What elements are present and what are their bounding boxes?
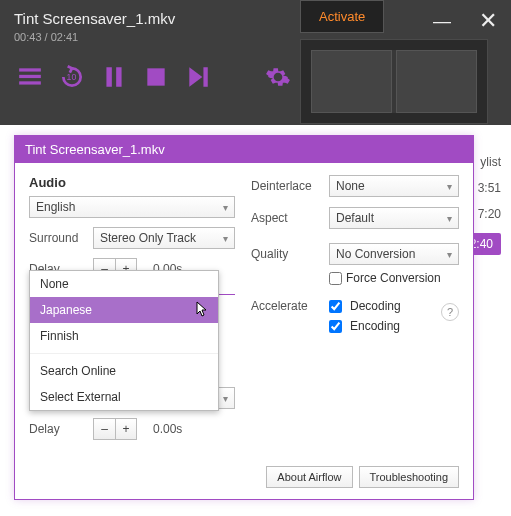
file-title: Tint Screensaver_1.mkv <box>14 10 497 27</box>
force-conversion-label: Force Conversion <box>346 271 441 285</box>
deinterlace-select[interactable]: None ▾ <box>329 175 459 197</box>
quality-select[interactable]: No Conversion ▾ <box>329 243 459 265</box>
decoding-checkbox[interactable] <box>329 300 342 313</box>
playlist-label: ylist <box>480 155 501 169</box>
svg-rect-8 <box>203 67 207 87</box>
sub-delay-minus[interactable]: – <box>93 418 115 440</box>
chevron-down-icon: ▾ <box>223 202 228 213</box>
surround-value: Stereo Only Track <box>100 231 196 245</box>
aspect-value: Default <box>336 211 374 225</box>
chevron-down-icon: ▾ <box>447 213 452 224</box>
audio-language-value: English <box>36 200 75 214</box>
dropdown-item-japanese[interactable]: Japanese <box>30 297 218 323</box>
accelerate-label: Accelerate <box>251 299 321 333</box>
troubleshooting-button[interactable]: Troubleshooting <box>359 466 459 488</box>
svg-rect-0 <box>19 68 41 71</box>
help-icon[interactable]: ? <box>441 303 459 321</box>
settings-panel: Tint Screensaver_1.mkv Audio English ▾ S… <box>14 135 474 500</box>
panel-title: Tint Screensaver_1.mkv <box>15 136 473 163</box>
sub-delay-value: 0.00s <box>153 422 182 436</box>
surround-label: Surround <box>29 231 85 245</box>
sub-delay-label: Delay <box>29 422 85 436</box>
chevron-down-icon: ▾ <box>223 233 228 244</box>
rewind-10-icon[interactable]: 10 <box>58 63 86 91</box>
svg-text:10: 10 <box>67 72 77 82</box>
playlist-time-2: 7:20 <box>478 207 501 221</box>
next-icon[interactable] <box>184 63 212 91</box>
svg-rect-6 <box>147 68 164 85</box>
svg-rect-2 <box>19 81 41 84</box>
playlist-icon[interactable] <box>16 63 44 91</box>
chevron-down-icon: ▾ <box>447 181 452 192</box>
svg-rect-5 <box>116 67 121 87</box>
video-preview <box>300 39 488 124</box>
chevron-down-icon: ▾ <box>223 393 228 404</box>
window-controls: — ✕ <box>433 8 497 34</box>
aspect-select[interactable]: Default ▾ <box>329 207 459 229</box>
quality-label: Quality <box>251 247 321 261</box>
audio-language-select[interactable]: English ▾ <box>29 196 235 218</box>
encoding-option[interactable]: Encoding <box>329 319 401 333</box>
surround-select[interactable]: Stereo Only Track ▾ <box>93 227 235 249</box>
dropdown-item-finnish[interactable]: Finnish <box>30 323 218 349</box>
decoding-option[interactable]: Decoding <box>329 299 401 313</box>
right-column: Deinterlace None ▾ Aspect Default ▾ Qual… <box>251 175 459 486</box>
svg-marker-7 <box>189 67 202 87</box>
player-window: Tint Screensaver_1.mkv 00:43 / 02:41 Act… <box>0 0 511 125</box>
stop-icon[interactable] <box>142 63 170 91</box>
deinterlace-value: None <box>336 179 365 193</box>
activate-button[interactable]: Activate <box>300 0 384 33</box>
sub-delay-stepper: – + <box>93 418 137 440</box>
aspect-label: Aspect <box>251 211 321 225</box>
chevron-down-icon: ▾ <box>447 249 452 260</box>
cursor-icon <box>196 301 210 317</box>
close-icon[interactable]: ✕ <box>479 8 497 34</box>
settings-icon[interactable] <box>264 63 292 91</box>
minimize-icon[interactable]: — <box>433 11 451 32</box>
svg-rect-1 <box>19 75 41 78</box>
dropdown-item-select-external[interactable]: Select External <box>30 384 218 410</box>
playlist-time-1: 3:51 <box>478 181 501 195</box>
pause-icon[interactable] <box>100 63 128 91</box>
deinterlace-label: Deinterlace <box>251 179 321 193</box>
force-conversion-checkbox[interactable] <box>329 272 342 285</box>
audio-heading: Audio <box>29 175 235 190</box>
subtitle-dropdown[interactable]: None Japanese Finnish Search Online Sele… <box>29 270 219 411</box>
svg-rect-4 <box>106 67 111 87</box>
sub-delay-plus[interactable]: + <box>115 418 137 440</box>
quality-value: No Conversion <box>336 247 415 261</box>
dropdown-item-search[interactable]: Search Online <box>30 358 218 384</box>
encoding-checkbox[interactable] <box>329 320 342 333</box>
about-button[interactable]: About Airflow <box>266 466 352 488</box>
dropdown-item-none[interactable]: None <box>30 271 218 297</box>
